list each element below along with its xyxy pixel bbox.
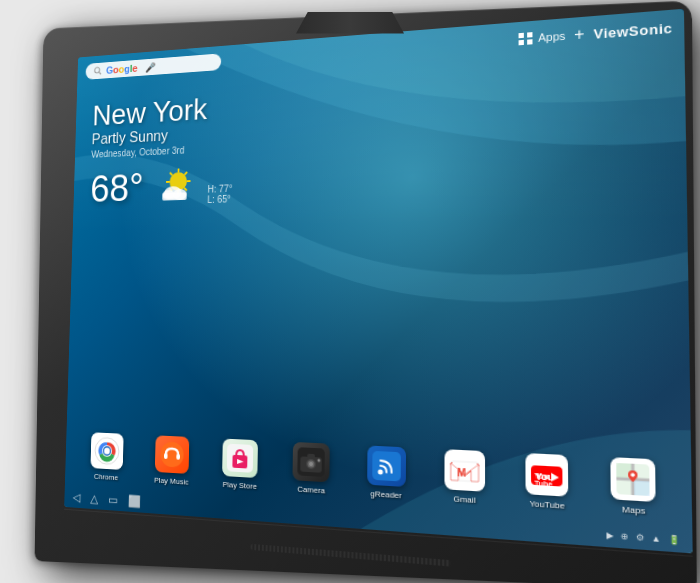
monitor-wrapper: Google 🎤 Apps + ViewSonic xyxy=(20,12,680,572)
speaker-grille xyxy=(251,543,451,566)
gmail-icon: M xyxy=(444,449,485,492)
weather-sun-icon xyxy=(153,160,198,212)
play-store-icon xyxy=(222,438,258,478)
svg-rect-34 xyxy=(372,450,401,481)
chrome-label: Chrome xyxy=(94,472,118,482)
chrome-icon xyxy=(90,432,123,470)
svg-text:M: M xyxy=(457,467,466,479)
youtube-icon: You You You Tube xyxy=(526,453,569,497)
play-store-label: Play Store xyxy=(222,479,256,490)
temp-high: H: 77° xyxy=(207,183,232,194)
monitor-outer-bezel: Google 🎤 Apps + ViewSonic xyxy=(35,0,697,583)
youtube-label: YouTube xyxy=(529,498,564,510)
app-camera[interactable]: Camera xyxy=(279,441,345,496)
microphone-icon[interactable]: 🎤 xyxy=(145,61,155,72)
app-gmail[interactable]: M Gmail xyxy=(429,448,501,506)
monitor-front: Google 🎤 Apps + ViewSonic xyxy=(48,0,700,583)
app-play-store[interactable]: Play Store xyxy=(209,437,272,491)
weather-widget: New York Partly Sunny Wednesday, October… xyxy=(90,91,235,214)
svg-line-9 xyxy=(184,172,187,175)
gmail-label: Gmail xyxy=(453,494,475,505)
play-music-label: Play Music xyxy=(154,475,189,486)
apps-label: Apps xyxy=(538,29,565,43)
temp-high-low: H: 77° L: 65° xyxy=(207,183,232,205)
svg-point-21 xyxy=(160,441,184,467)
monitor-stand-neck xyxy=(290,12,410,34)
maps-label: Maps xyxy=(622,504,645,516)
signal-icon: ▲ xyxy=(651,532,661,543)
viewsonic-screen-logo: ViewSonic xyxy=(593,19,672,41)
nav-right-status: ▶ ⊕ ⚙ ▲ 🔋 xyxy=(607,529,681,544)
app-chrome[interactable]: Chrome xyxy=(78,431,136,483)
battery-icon: 🔋 xyxy=(668,533,680,544)
svg-rect-51 xyxy=(634,480,650,495)
screen[interactable]: Google 🎤 Apps + ViewSonic xyxy=(64,8,692,553)
temp-low: L: 65° xyxy=(207,193,232,204)
plus-button[interactable]: + xyxy=(574,25,584,44)
home-nav-icon[interactable]: △ xyxy=(90,491,98,505)
search-icon xyxy=(94,66,102,75)
app-maps[interactable]: Maps xyxy=(594,456,674,518)
play-icon: ▶ xyxy=(607,529,614,540)
app-youtube[interactable]: You You You Tube YouTube xyxy=(509,452,585,512)
temperature-main: 68° xyxy=(90,165,144,211)
recent-apps-icon[interactable]: ▭ xyxy=(108,492,118,506)
svg-text:Tube: Tube xyxy=(535,479,554,488)
app-greader[interactable]: gReader xyxy=(352,444,421,501)
back-nav-icon[interactable]: ◁ xyxy=(73,490,81,504)
apps-grid-icon xyxy=(519,32,534,45)
svg-rect-14 xyxy=(162,192,186,200)
camera-icon xyxy=(293,441,330,481)
svg-line-7 xyxy=(169,172,172,175)
weather-temp-row: 68° xyxy=(90,158,233,213)
camera-label: Camera xyxy=(297,484,325,495)
google-logo: Google xyxy=(106,62,138,75)
maps-icon xyxy=(611,457,656,502)
greader-label: gReader xyxy=(370,489,401,500)
play-music-icon xyxy=(155,435,190,474)
greader-icon xyxy=(367,445,406,487)
wifi-icon: ⊕ xyxy=(621,530,629,541)
svg-point-0 xyxy=(95,67,100,73)
screen-icon[interactable]: ⬜ xyxy=(128,494,141,508)
app-play-music[interactable]: Play Music xyxy=(142,434,203,487)
svg-line-8 xyxy=(184,187,187,190)
settings-icon: ⚙ xyxy=(636,531,644,542)
apps-button[interactable]: Apps xyxy=(519,29,566,45)
